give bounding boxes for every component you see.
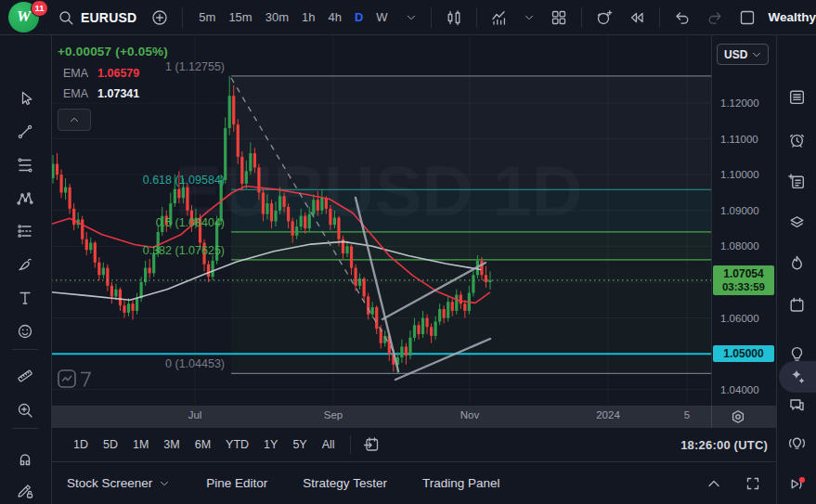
chevron-down-icon bbox=[750, 48, 763, 61]
app-logo[interactable]: W 11 bbox=[6, 0, 46, 35]
drawing-lock-tool[interactable] bbox=[0, 477, 50, 504]
legend-collapse-button[interactable] bbox=[58, 109, 91, 131]
range-5D[interactable]: 5D bbox=[96, 438, 125, 451]
svg-text:0.382 (1.07625): 0.382 (1.07625) bbox=[143, 244, 225, 257]
time-axis-label: Sep bbox=[324, 409, 343, 420]
price-change-label: +0.00057 (+0.05%) bbox=[58, 45, 168, 58]
sidebar-item-calendar[interactable] bbox=[777, 291, 816, 317]
bar-replay-icon[interactable] bbox=[624, 8, 650, 27]
horizontal-line-price-badge: 1.05000 bbox=[713, 345, 774, 362]
divider bbox=[659, 7, 660, 28]
cursor-tool[interactable] bbox=[0, 84, 50, 112]
symbol-search[interactable]: EURUSD bbox=[53, 8, 140, 27]
timeframe-30m[interactable]: 30m bbox=[259, 10, 295, 24]
bar-countdown: 03:33:59 bbox=[713, 280, 774, 293]
bottom-tab-pine-editor[interactable]: Pine Editor bbox=[206, 476, 267, 490]
sidebar-item-watchlist[interactable] bbox=[777, 84, 816, 110]
undo-icon[interactable] bbox=[669, 8, 695, 27]
indicator-legend-row[interactable]: EMA1.06579 bbox=[58, 64, 149, 83]
indicator-legend-row[interactable]: EMA1.07341 bbox=[58, 84, 149, 103]
indicator-value: 1.06579 bbox=[97, 67, 139, 80]
panel-expand-chevron-icon[interactable] bbox=[701, 474, 727, 493]
timeframe-15m[interactable]: 15m bbox=[222, 10, 258, 24]
timeframe-D[interactable]: D bbox=[348, 10, 369, 24]
panel-maximize-icon[interactable] bbox=[740, 474, 766, 493]
time-axis[interactable]: JulSepNov20245 bbox=[51, 406, 777, 428]
redo-icon[interactable] bbox=[702, 8, 728, 27]
sidebar-item-live[interactable] bbox=[777, 430, 816, 456]
indicator-name: EMA bbox=[63, 67, 88, 80]
chart-style-icon[interactable] bbox=[441, 8, 467, 27]
layout-grid-icon[interactable] bbox=[546, 8, 572, 27]
price-scale[interactable]: USD 1.120001.110001.100001.090001.080001… bbox=[711, 35, 778, 406]
bottom-tab-trading-panel[interactable]: Trading Panel bbox=[422, 476, 500, 490]
compare-add-icon[interactable] bbox=[147, 8, 173, 27]
timeframe-5m[interactable]: 5m bbox=[192, 10, 222, 24]
timeframe-4h[interactable]: 4h bbox=[321, 10, 347, 24]
bulb-icon bbox=[787, 343, 807, 363]
ai-sparkle-icon bbox=[787, 368, 807, 387]
range-6M[interactable]: 6M bbox=[188, 438, 218, 451]
sidebar-item-journal[interactable] bbox=[777, 168, 816, 194]
bottom-tab-stock-screener[interactable]: Stock Screener bbox=[67, 476, 171, 490]
sidebar-item-hotlist[interactable] bbox=[777, 250, 816, 276]
fib-retracement-icon bbox=[16, 156, 34, 174]
svg-text:0.618 (1.09584): 0.618 (1.09584) bbox=[143, 174, 225, 187]
range-YTD[interactable]: YTD bbox=[218, 438, 256, 451]
time-axis-label: 2024 bbox=[596, 409, 620, 420]
timeframe-W[interactable]: W bbox=[369, 10, 394, 24]
forecast-tool[interactable] bbox=[0, 217, 50, 245]
range-5Y[interactable]: 5Y bbox=[285, 438, 314, 451]
bottom-tab-strategy-tester[interactable]: Strategy Tester bbox=[303, 476, 387, 490]
clock-utc[interactable]: 18:26:00 (UTC) bbox=[680, 438, 768, 452]
trend-line-tool[interactable] bbox=[0, 118, 50, 146]
price-tick: 1.11000 bbox=[720, 133, 758, 146]
account-name[interactable]: Wealthy Educ bbox=[769, 10, 816, 24]
svg-text:0 (1.04453): 0 (1.04453) bbox=[165, 357, 225, 370]
divider bbox=[182, 7, 183, 28]
chevron-up-icon bbox=[68, 113, 81, 126]
range-1D[interactable]: 1D bbox=[66, 438, 96, 451]
timeframe-1h[interactable]: 1h bbox=[295, 10, 321, 24]
measure-tool[interactable] bbox=[0, 361, 50, 389]
go-to-date-icon[interactable] bbox=[358, 435, 384, 454]
chart-settings-gear-icon[interactable] bbox=[729, 407, 747, 426]
time-axis-label: Nov bbox=[460, 409, 479, 420]
fib-retracement-tool[interactable] bbox=[0, 151, 50, 179]
divider bbox=[476, 7, 477, 28]
sidebar-item-streams[interactable] bbox=[777, 471, 816, 497]
tab-label: Stock Screener bbox=[67, 476, 152, 490]
range-All[interactable]: All bbox=[315, 438, 343, 451]
time-axis-label: 5 bbox=[684, 409, 690, 420]
emoji-tool[interactable] bbox=[0, 317, 50, 345]
text-tool[interactable] bbox=[0, 284, 50, 312]
indicators-icon[interactable] bbox=[486, 8, 512, 27]
currency-selector[interactable]: USD bbox=[717, 44, 769, 65]
save-layout-checkbox-icon[interactable] bbox=[734, 8, 760, 27]
chat-icon bbox=[787, 395, 807, 415]
sidebar-item-alerts[interactable] bbox=[777, 126, 816, 152]
zoom-in-tool[interactable] bbox=[0, 396, 50, 424]
timeframe-menu-chevron-icon[interactable] bbox=[401, 11, 421, 24]
right-sidebar bbox=[776, 35, 816, 504]
brush-icon bbox=[16, 255, 34, 274]
magnet-tool[interactable] bbox=[0, 445, 50, 472]
create-alert-icon[interactable] bbox=[591, 8, 617, 27]
long-position-icon bbox=[16, 222, 34, 240]
brush-tool[interactable] bbox=[0, 251, 50, 278]
range-3M[interactable]: 3M bbox=[156, 438, 187, 451]
tab-label: Pine Editor bbox=[206, 476, 267, 490]
trend-line-icon bbox=[16, 123, 34, 141]
pattern-tool[interactable] bbox=[0, 185, 50, 213]
zoom-in-icon bbox=[16, 401, 34, 420]
search-icon bbox=[57, 8, 75, 27]
sidebar-item-chat[interactable] bbox=[777, 392, 816, 418]
price-tick: 1.10000 bbox=[720, 168, 759, 181]
chart-provider-logo[interactable] bbox=[58, 370, 90, 387]
indicators-chevron-icon[interactable] bbox=[519, 11, 539, 24]
range-1Y[interactable]: 1Y bbox=[256, 438, 285, 451]
divider bbox=[431, 7, 432, 28]
range-1M[interactable]: 1M bbox=[125, 438, 156, 451]
sidebar-item-object-tree[interactable] bbox=[777, 209, 816, 235]
sidebar-item-ai-assistant[interactable] bbox=[777, 364, 816, 390]
